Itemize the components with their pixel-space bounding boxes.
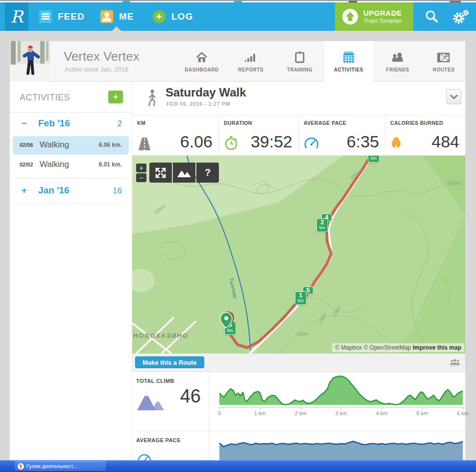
tab-friends[interactable]: FRIENDS — [373, 41, 422, 82]
settings-button[interactable] — [452, 9, 468, 24]
svg-text:100m: 100m — [296, 331, 309, 337]
activity-distance: 6.01 km. — [99, 161, 122, 168]
tab-label: REPORTS — [238, 67, 263, 72]
month-group-feb[interactable]: − Feb '16 2 — [10, 113, 132, 135]
pace-chart — [218, 439, 464, 460]
stat-value: 6.06 — [180, 132, 213, 151]
activity-list-item[interactable]: 02/06 Walking 6.06 km. — [13, 136, 129, 155]
elevation-ticks: 01 km2 km3 km4 km5 km6 km — [218, 408, 464, 417]
activity-date: 02/06 — [20, 142, 33, 148]
axis-tick-label: 2 km — [295, 410, 307, 416]
axis-tick-label: 1 km — [254, 410, 266, 416]
month-count: 16 — [113, 186, 122, 196]
fullscreen-button[interactable] — [149, 163, 172, 183]
attribution-text: © Mapbox © OpenStreetMap — [335, 344, 411, 351]
total-climb-section: TOTAL CLIMB 46 01 km2 km3 km4 km5 km6 km — [132, 372, 465, 431]
axis-tick-label: 3 km — [335, 410, 347, 416]
runkeeper-logo[interactable]: R — [5, 2, 28, 31]
map-help-button[interactable]: ? — [196, 163, 219, 183]
map-attribution: © Mapbox © OpenStreetMap Improve this ma… — [332, 343, 464, 352]
speedometer-icon — [304, 136, 319, 150]
stat-average-pace: AVERAGE PACE 6:35 — [299, 116, 385, 155]
map-tiles: 100m 100m 100m 100m 100m 100m Тыхтем — [132, 156, 465, 354]
stat-label: AVERAGE PACE — [304, 120, 346, 126]
stat-label: CALORIES BURNED — [390, 120, 443, 126]
tab-reports[interactable]: REPORTS — [226, 41, 275, 82]
month-group-jan[interactable]: + Jan '16 16 — [10, 180, 132, 202]
activity-title-bar: Saturday Walk FEB 06, 2016 - 1:27 PM — [132, 82, 465, 115]
calendar-icon — [342, 51, 355, 63]
tab-dashboard[interactable]: DASHBOARD — [177, 41, 226, 82]
upgrade-button[interactable]: UPGRADE Train Smarter — [335, 2, 413, 31]
terrain-button[interactable] — [173, 163, 195, 183]
activity-type: Walking — [40, 160, 69, 169]
km-marker-2: 2km — [316, 218, 328, 232]
activity-date: 02/02 — [20, 162, 33, 167]
add-activity-button[interactable]: + — [108, 91, 123, 103]
axis-tick-label: 4 km — [376, 410, 387, 416]
total-climb-label: TOTAL CLIMB — [136, 378, 174, 384]
tab-label: FRIENDS — [386, 67, 409, 72]
top-nav: R FEED ME + LOG UPGRADE Train Smarter — [0, 2, 476, 31]
tab-activities[interactable]: ACTIVITIES — [324, 41, 373, 82]
content-area: ACTIVITIES + − Feb '16 2 02/06 Walking 6… — [10, 82, 465, 460]
average-pace-label: AVERAGE PACE — [136, 437, 181, 443]
activities-sidebar: ACTIVITIES + − Feb '16 2 02/06 Walking 6… — [10, 82, 132, 460]
axis-tick-label: 6 km — [457, 410, 469, 416]
up-arrow-icon — [342, 8, 358, 25]
taskbar-button[interactable]: Y Гуляя деятельност... — [15, 461, 106, 471]
feed-icon — [39, 10, 52, 23]
tab-label: DASHBOARD — [185, 67, 219, 72]
route-map[interactable]: 100m 100m 100m 100m 100m 100m Тыхтем + − — [132, 156, 465, 354]
month-label: Jan '16 — [38, 185, 70, 196]
flame-icon — [390, 135, 403, 150]
profile-subtitle: Active since Jan, 2016 — [65, 66, 128, 73]
stat-label: DURATION — [224, 120, 252, 126]
nav-me-label: ME — [119, 11, 134, 22]
zoom-in-button[interactable]: + — [136, 164, 146, 172]
map-place-label: НОВОХАЗИНО — [133, 332, 189, 339]
expand-arrows-icon — [155, 167, 167, 179]
clipboard-icon — [293, 51, 306, 63]
upgrade-title: UPGRADE — [363, 9, 402, 17]
improve-map-link[interactable]: Improve this map — [413, 344, 461, 351]
home-icon — [195, 51, 208, 63]
map-controls: + − — [136, 163, 219, 183]
nav-item-feed[interactable]: FEED — [39, 2, 85, 31]
taskbar-button-label: Гуляя деятельност... — [26, 463, 77, 469]
make-route-button[interactable]: Make this a Route — [135, 356, 204, 368]
activity-distance: 6.06 km. — [99, 142, 122, 148]
activity-detail: Saturday Walk FEB 06, 2016 - 1:27 PM KM … — [132, 82, 465, 460]
profile-header: Vertex Vertex Active since Jan, 2016 DAS… — [10, 41, 465, 82]
mountains-icon — [137, 390, 165, 410]
search-button[interactable] — [424, 9, 441, 24]
stat-distance: KM 6.06 — [132, 116, 219, 155]
month-label: Feb '16 — [38, 118, 70, 129]
stat-value: 39:52 — [251, 132, 292, 151]
axis-tick-label: 0 — [218, 410, 221, 416]
km-marker-1: 1km — [295, 291, 307, 305]
activity-title: Saturday Walk — [166, 86, 246, 99]
avatar[interactable] — [10, 41, 50, 82]
tab-label: ROUTES — [433, 67, 455, 72]
upgrade-subtitle: Train Smarter — [363, 17, 402, 24]
speedometer-icon — [137, 452, 152, 460]
zoom-out-button[interactable]: − — [136, 173, 146, 182]
user-icon — [100, 10, 113, 23]
routes-map-icon — [437, 51, 451, 63]
active-nav-notch — [112, 26, 121, 31]
svg-text:100m: 100m — [448, 181, 460, 186]
chevron-down-icon — [450, 94, 458, 99]
activity-list-item[interactable]: 02/02 Walking 6.01 km. — [13, 156, 129, 174]
start-pin-icon — [219, 311, 237, 331]
tab-routes[interactable]: ROUTES — [422, 41, 465, 82]
browser-icon: Y — [18, 463, 24, 470]
group-icon[interactable] — [450, 359, 460, 367]
tab-training[interactable]: TRAINING — [275, 41, 324, 82]
month-count: 2 — [118, 119, 122, 129]
nav-item-log[interactable]: + LOG — [153, 2, 193, 31]
collapse-icon: − — [22, 118, 27, 129]
activity-options-button[interactable] — [446, 89, 461, 104]
route-actions-bar: Make this a Route — [132, 354, 465, 372]
divider — [17, 178, 125, 179]
